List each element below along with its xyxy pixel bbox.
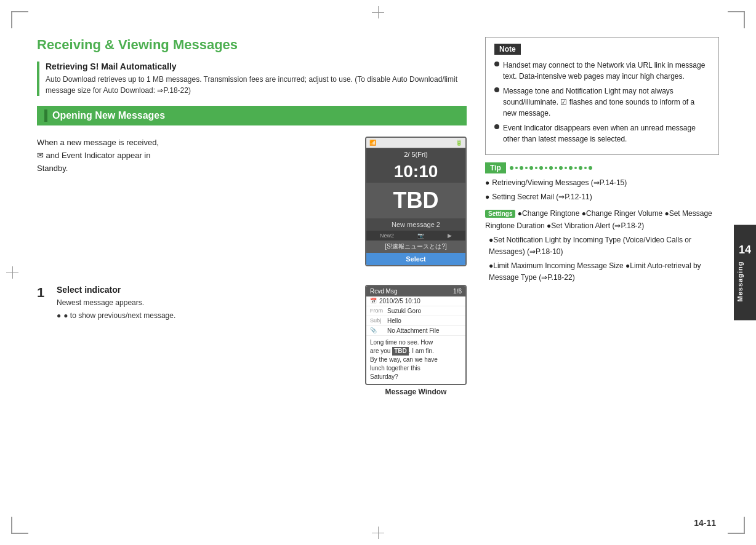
page-number: 14 bbox=[736, 244, 754, 257]
retrieving-section: Retrieving S! Mail Automatically Auto Do… bbox=[37, 62, 467, 96]
phone-tbd: TBD bbox=[366, 183, 465, 218]
crosshair-left bbox=[6, 266, 18, 279]
msg-header: Rcvd Msg 1/6 bbox=[366, 286, 465, 296]
msg-subj-value: Hello bbox=[387, 317, 401, 324]
msg-header-right: 1/6 bbox=[453, 288, 462, 295]
phone-select: Select bbox=[366, 253, 465, 265]
tip-settings-item-2: ●Set Notification Light by Incoming Type… bbox=[489, 234, 719, 258]
tip-dot-2 bbox=[515, 167, 518, 169]
main-container: Receiving & Viewing Messages Retrieving … bbox=[37, 37, 719, 508]
tip-dot-12 bbox=[565, 167, 567, 169]
crosshair-top bbox=[372, 6, 384, 18]
step-content: Select indicator Newest message appears.… bbox=[57, 285, 358, 396]
settings-badge: Settings bbox=[485, 210, 515, 218]
msg-from-value: Suzuki Goro bbox=[387, 308, 421, 314]
tip-dot-11 bbox=[559, 166, 563, 170]
message-window-container: Rcvd Msg 1/6 📅 2010/2/5 10:10 From Suzuk… bbox=[365, 285, 467, 396]
messaging-label: Messaging bbox=[736, 261, 744, 302]
tip-header: Tip bbox=[485, 162, 506, 173]
section-title: Receiving & Viewing Messages bbox=[37, 37, 467, 53]
tip-settings-section: Settings ●Change Ringtone ●Change Ringer… bbox=[485, 208, 719, 231]
msg-date-row: 📅 2010/2/5 10:10 bbox=[366, 296, 465, 306]
new-msg-line2: ✉ and Event Indicator appear in bbox=[37, 149, 355, 162]
phone-date: 2/ 5(Fri) bbox=[366, 148, 465, 161]
tip-header-row: Tip bbox=[485, 162, 719, 173]
msg-subj-label: Subj bbox=[370, 317, 385, 324]
page-number-tab: 14 Messaging bbox=[734, 225, 756, 320]
tip-item-1: ● Retrieving/Viewing Messages (⇒P.14-15) bbox=[485, 177, 719, 189]
tip-dot-14 bbox=[574, 167, 577, 169]
phone-japanese: [S!速報ニュースとは?] bbox=[366, 241, 465, 253]
tip-dots bbox=[510, 166, 592, 170]
message-phone: Rcvd Msg 1/6 📅 2010/2/5 10:10 From Suzuk… bbox=[365, 285, 467, 385]
phone-screen-standby: 📶 🔋 2/ 5(Fri) 10:10 TBD New message 2 Ne… bbox=[365, 137, 467, 266]
tip-box: Tip bbox=[485, 162, 719, 284]
message-window-label: Message Window bbox=[385, 388, 447, 396]
corner-bracket-top-left bbox=[11, 11, 28, 28]
msg-from-label: From bbox=[370, 308, 385, 314]
tip-content: ● Retrieving/Viewing Messages (⇒P.14-15)… bbox=[485, 177, 719, 284]
note-item-1: Handset may connect to the Network via U… bbox=[494, 60, 710, 82]
new-message-section: When a new message is received, ✉ and Ev… bbox=[37, 137, 467, 266]
green-bar-decoration bbox=[44, 109, 47, 122]
phone-msg-line: New message 2 bbox=[366, 218, 465, 231]
crosshair-bottom bbox=[372, 527, 384, 539]
tip-dot-6 bbox=[535, 167, 537, 169]
tip-item-2: ● Setting Secret Mail (⇒P.12-11) bbox=[485, 191, 719, 203]
new-message-text: When a new message is received, ✉ and Ev… bbox=[37, 137, 355, 266]
step-desc-main: Newest message appears. bbox=[57, 297, 358, 308]
tip-dot-15 bbox=[579, 166, 582, 170]
tip-settings-item-3: ●Limit Maximum Incoming Message Size ●Li… bbox=[489, 260, 719, 284]
note-item-3: Event Indicator disappears even when an … bbox=[494, 122, 710, 145]
msg-attach-value: No Attachment File bbox=[387, 327, 439, 334]
tip-dot-17 bbox=[589, 166, 592, 170]
corner-bracket-top-right bbox=[728, 11, 745, 28]
tip-dot-10 bbox=[555, 167, 557, 169]
step-title: Select indicator bbox=[57, 285, 358, 295]
tip-dot-16 bbox=[584, 167, 587, 169]
tip-dot-4 bbox=[525, 167, 528, 169]
tip-dot-7 bbox=[539, 166, 543, 170]
page-bottom-number: 14-11 bbox=[694, 518, 716, 528]
step-number: 1 bbox=[37, 285, 49, 396]
msg-from-row: From Suzuki Goro bbox=[366, 306, 465, 316]
tip-dot-9 bbox=[549, 166, 553, 170]
new-msg-line3: Standby. bbox=[37, 162, 355, 175]
msg-subj-row: Subj Hello bbox=[366, 316, 465, 326]
tip-dot-13 bbox=[569, 166, 573, 170]
phone-time: 10:10 bbox=[366, 161, 465, 183]
left-column: Receiving & Viewing Messages Retrieving … bbox=[37, 37, 467, 508]
tip-dot-8 bbox=[545, 167, 547, 169]
note-bullet-3 bbox=[494, 124, 499, 129]
corner-bracket-bottom-left bbox=[11, 517, 28, 534]
new-msg-line1: When a new message is received, bbox=[37, 137, 355, 149]
phone-nav: New2 📷 ▶ bbox=[366, 231, 465, 241]
tip-dot-5 bbox=[529, 166, 533, 170]
note-bullet-1 bbox=[494, 62, 499, 66]
note-header: Note bbox=[494, 44, 521, 55]
note-box: Note Handset may connect to the Network … bbox=[485, 37, 719, 155]
msg-tbd-inline: TBD bbox=[392, 347, 409, 356]
opening-new-messages-header: Opening New Messages bbox=[37, 106, 467, 125]
msg-header-left: Rcvd Msg bbox=[370, 288, 397, 295]
right-column: Note Handset may connect to the Network … bbox=[485, 37, 719, 508]
step-bullet-text: ● to show previous/next message. bbox=[63, 310, 175, 321]
note-bullet-2 bbox=[494, 87, 499, 92]
note-item-2: Message tone and Notification Light may … bbox=[494, 86, 710, 119]
corner-bracket-bottom-right bbox=[728, 517, 745, 534]
tip-dot-3 bbox=[520, 166, 523, 170]
msg-attach-row: 📎 No Attachment File bbox=[366, 326, 465, 336]
retrieving-title: Retrieving S! Mail Automatically bbox=[46, 62, 467, 71]
opening-new-label: Opening New Messages bbox=[52, 110, 165, 121]
phone-screen-top-bar: 📶 🔋 bbox=[366, 138, 465, 148]
msg-date-value: 2010/2/5 10:10 bbox=[379, 298, 420, 304]
tip-dot-1 bbox=[510, 166, 513, 170]
step-bullet: ● ● to show previous/next message. bbox=[57, 310, 358, 321]
retrieving-text: Auto Download retrieves up to 1 MB messa… bbox=[46, 74, 467, 96]
step-desc: Newest message appears. ● ● to show prev… bbox=[57, 297, 358, 321]
msg-body: Long time no see. How are you TBD. I am … bbox=[366, 336, 465, 384]
step-section: 1 Select indicator Newest message appear… bbox=[37, 285, 467, 396]
